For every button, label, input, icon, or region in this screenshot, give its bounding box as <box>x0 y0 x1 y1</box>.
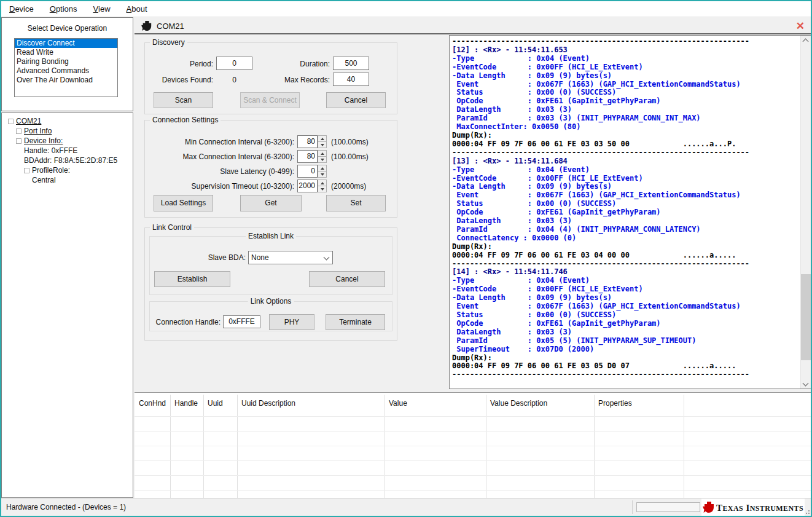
phy-button[interactable]: PHY <box>269 314 314 330</box>
connection-handle-input[interactable]: 0xFFFE <box>223 315 260 328</box>
tree-item-com21[interactable]: COM21 <box>5 116 133 126</box>
max-records-input[interactable]: 40 <box>333 73 369 86</box>
table-row-divider <box>135 416 812 417</box>
com-window-title: COM21 <box>157 22 184 31</box>
log-line: Dump(Rx): <box>452 354 797 363</box>
log-line: -Data Length : 0x09 (9) bytes(s) <box>452 183 797 191</box>
conn-setting-spinner[interactable]: 80 <box>297 135 327 148</box>
status-bar: Hardware Connected - (Devices = 1) TEXAS… <box>1 498 811 516</box>
operation-item-pairing-bonding[interactable]: Pairing Bonding <box>15 57 117 66</box>
link-cancel-button[interactable]: Cancel <box>309 271 385 287</box>
spinner-value[interactable]: 80 <box>297 135 318 148</box>
operation-item-discover-connect[interactable]: Discover Connect <box>15 39 117 48</box>
device-tree: COM21Port InfoDevice Info:Handle: 0xFFFE… <box>1 112 133 498</box>
table-header-handle[interactable]: Handle <box>170 393 203 414</box>
conn-setting-note: (20000ms) <box>331 182 366 191</box>
log-line: 0000:04 FF 09 7F 06 00 61 FE 03 05 D0 07… <box>452 362 797 371</box>
tree-item-handle-0xfffe[interactable]: Handle: 0xFFFE <box>5 146 133 156</box>
table-header-uuid-description[interactable]: Uuid Description <box>237 393 385 414</box>
scroll-down-icon[interactable] <box>803 381 808 386</box>
attribute-table: ConHndHandleUuidUuid DescriptionValueVal… <box>135 392 812 499</box>
slave-bda-label: Slave BDA: <box>173 253 246 262</box>
spinner-value[interactable]: 2000 <box>297 180 318 192</box>
tree-item-port-info[interactable]: Port Info <box>5 126 133 136</box>
tree-expander-icon[interactable] <box>24 168 29 173</box>
period-input[interactable]: 0 <box>216 57 252 70</box>
tree-item-bdaddr-f8-8a-5e-2d-87-e5[interactable]: BDAddr: F8:8A:5E:2D:87:E5 <box>5 156 133 165</box>
conn-setting-spinner[interactable]: 80 <box>297 150 327 163</box>
menu-item-about[interactable]: About <box>119 1 155 16</box>
close-icon[interactable]: ✕ <box>796 20 805 33</box>
table-row-divider <box>135 475 812 476</box>
log-scrollbar[interactable] <box>800 36 811 389</box>
discovery-cancel-button[interactable]: Cancel <box>326 92 386 108</box>
log-line: -Type : 0x04 (Event) <box>452 55 797 63</box>
menu-item-view[interactable]: View <box>85 1 119 16</box>
log-line: Status : 0x00 (0) (SUCCESS) <box>452 89 797 97</box>
conn-setting-spinner[interactable]: 2000 <box>297 180 327 192</box>
scan-button[interactable]: Scan <box>154 92 213 108</box>
log-line: ConnectLatency : 0x0000 (0) <box>452 234 797 243</box>
operation-item-over-the-air-download[interactable]: Over The Air Download <box>15 76 117 85</box>
resize-grip[interactable] <box>803 508 810 514</box>
operation-item-advanced-commands[interactable]: Advanced Commands <box>15 66 117 76</box>
slave-bda-dropdown[interactable]: None <box>248 251 333 264</box>
establish-button[interactable]: Establish <box>154 271 230 287</box>
connection-handle-label: Connection Handle: <box>152 318 221 326</box>
ti-window-icon <box>141 20 152 31</box>
progress-bar <box>636 502 700 512</box>
duration-input[interactable]: 500 <box>333 57 369 70</box>
tree-item-label: ProfileRole: <box>32 166 70 175</box>
tree-item-central[interactable]: Central <box>5 175 133 185</box>
log-line: [14] : <Rx> - 11:54:11.746 <box>452 268 797 277</box>
log-line: ParamId : 0x04 (4) (INIT_PHYPARAM_CONN_L… <box>452 226 797 234</box>
tree-item-label: Port Info <box>24 127 52 135</box>
operation-item-read-write[interactable]: Read Write <box>15 48 117 57</box>
status-text: Hardware Connected - (Devices = 1) <box>6 503 126 511</box>
tree-expander-icon[interactable] <box>16 138 21 144</box>
load-settings-button[interactable]: Load Settings <box>154 195 213 211</box>
spinner-down-icon[interactable] <box>318 171 327 178</box>
spinner-down-icon[interactable] <box>318 141 327 148</box>
log-line: DataLength : 0x03 (3) <box>452 328 797 337</box>
get-button[interactable]: Get <box>240 195 302 211</box>
discovery-group-title: Discovery <box>150 38 187 47</box>
conn-setting-label: Max Connection Interval (6-3200): <box>149 152 294 161</box>
table-column-divider <box>684 395 684 499</box>
log-line: Dump(Rx): <box>452 243 797 251</box>
set-button[interactable]: Set <box>326 195 386 211</box>
scroll-up-icon[interactable] <box>803 38 808 43</box>
scrollbar-thumb[interactable] <box>801 274 811 360</box>
conn-setting-spinner[interactable]: 0 <box>297 165 327 178</box>
tree-expander-icon[interactable] <box>16 128 21 134</box>
table-header-conhnd[interactable]: ConHnd <box>135 393 170 414</box>
devices-found-label: Devices Found: <box>149 76 213 84</box>
log-line: -Type : 0x04 (Event) <box>452 166 797 175</box>
tree-item-device-info-[interactable]: Device Info: <box>5 136 133 146</box>
com-window-titlebar: COM21 ✕ <box>135 17 811 34</box>
terminate-button[interactable]: Terminate <box>326 314 385 330</box>
spinner-value[interactable]: 0 <box>297 165 318 178</box>
table-header-value-description[interactable]: Value Description <box>486 393 594 414</box>
period-label: Period: <box>149 60 213 68</box>
log-line: [12] : <Rx> - 11:54:11.653 <box>452 46 797 55</box>
table-header-uuid[interactable]: Uuid <box>203 393 237 414</box>
spinner-down-icon[interactable] <box>318 186 327 192</box>
menu-item-device[interactable]: Device <box>1 1 42 16</box>
tree-item-profilerole-[interactable]: ProfileRole: <box>5 165 133 175</box>
device-operation-listbox[interactable]: Discover ConnectRead WritePairing Bondin… <box>14 38 118 97</box>
tree-expander-icon[interactable] <box>8 119 14 124</box>
log-line: -EventCode : 0x00FF (HCI_LE_ExtEvent) <box>452 63 797 72</box>
spinner-down-icon[interactable] <box>318 156 327 163</box>
table-header-value[interactable]: Value <box>385 393 486 414</box>
log-line: -EventCode : 0x00FF (HCI_LE_ExtEvent) <box>452 285 797 294</box>
scan-connect-button[interactable]: Scan & Connect <box>240 92 300 108</box>
log-line: Status : 0x00 (0) (SUCCESS) <box>452 311 797 320</box>
table-header-properties[interactable]: Properties <box>594 393 684 414</box>
log-line: DataLength : 0x03 (3) <box>452 217 797 226</box>
menu-item-options[interactable]: Options <box>42 1 85 16</box>
establish-link-title: Establish Link <box>246 232 296 240</box>
log-line: Event : 0x067F (1663) (GAP_HCI_Extention… <box>452 191 797 200</box>
btool-app-window: DeviceOptionsViewAbout Select Device Ope… <box>0 0 812 517</box>
spinner-value[interactable]: 80 <box>297 150 318 163</box>
